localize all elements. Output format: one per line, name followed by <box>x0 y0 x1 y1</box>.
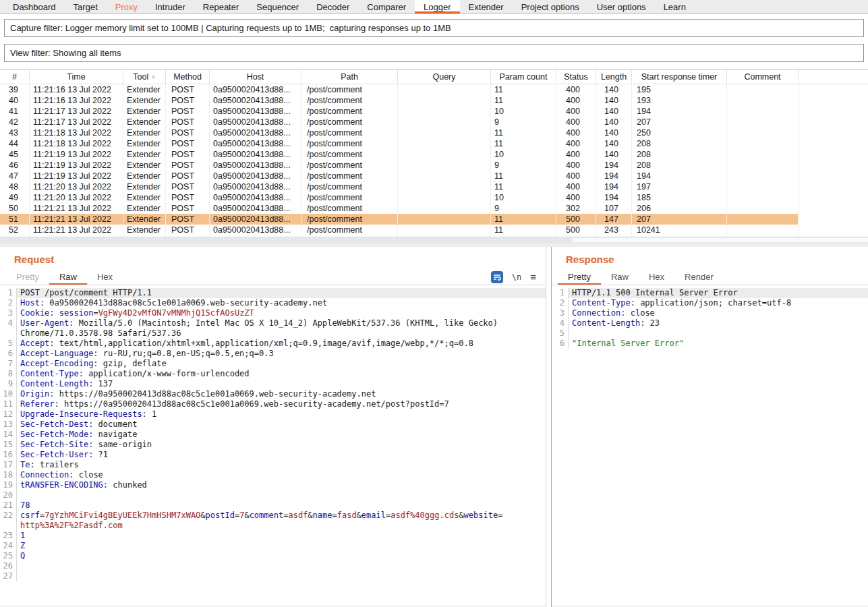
log-row-50[interactable]: 5011:21:21 13 Jul 2022ExtenderPOST0a9500… <box>0 203 868 214</box>
cell: POST <box>166 171 210 181</box>
log-row-44[interactable]: 4411:21:18 13 Jul 2022ExtenderPOST0a9500… <box>0 138 868 149</box>
menu-tab-dashboard[interactable]: Dashboard <box>4 0 65 13</box>
menu-tab-user-options[interactable]: User options <box>588 0 655 13</box>
editor-line: 6Accept-Language: ru-RU,ru;q=0.8,en-US;q… <box>0 349 546 359</box>
log-row-48[interactable]: 4811:21:20 13 Jul 2022ExtenderPOST0a9500… <box>0 181 868 192</box>
cell <box>799 138 868 149</box>
tab-pretty[interactable]: Pretty <box>558 270 601 285</box>
cell <box>398 95 491 106</box>
cell: 400 <box>556 149 596 160</box>
log-row-40[interactable]: 4011:21:16 13 Jul 2022ExtenderPOST0a9500… <box>0 95 868 106</box>
editor-line: 9Content-Length: 137 <box>0 379 546 389</box>
line-number: 13 <box>0 420 16 430</box>
column-header-time[interactable]: Time <box>30 70 123 84</box>
cell: 147 <box>596 214 632 225</box>
view-filter-bar[interactable]: View filter: Showing all items <box>4 44 864 62</box>
column-header-query[interactable]: Query <box>398 70 491 84</box>
menu-icon[interactable]: ≡ <box>530 272 536 282</box>
menu-tab-logger[interactable]: Logger <box>415 0 459 13</box>
request-editor[interactable]: 1POST /post/comment HTTP/1.12Host: 0a950… <box>0 285 546 606</box>
line-number: 21 <box>0 500 16 511</box>
cell: Extender <box>123 214 166 225</box>
editor-line: 24Z <box>0 541 546 551</box>
log-row-52[interactable]: 5211:21:21 13 Jul 2022ExtenderPOST0a9500… <box>0 225 868 235</box>
cell: 46 <box>0 160 30 171</box>
line-number <box>0 521 16 531</box>
cell: POST <box>166 181 210 192</box>
scrollbar-thumb[interactable] <box>0 238 573 242</box>
log-row-47[interactable]: 4711:21:19 13 Jul 2022ExtenderPOST0a9500… <box>0 171 868 181</box>
menu-tab-learn[interactable]: Learn <box>655 0 695 13</box>
cell: 140 <box>596 117 632 127</box>
cell: 140 <box>596 149 632 160</box>
log-row-51[interactable]: 5111:21:21 13 Jul 2022ExtenderPOST0a9500… <box>0 214 868 225</box>
menu-tab-sequencer[interactable]: Sequencer <box>248 0 308 13</box>
tab-hex[interactable]: Hex <box>639 270 674 285</box>
column-header-method[interactable]: Method <box>166 70 210 84</box>
cell: 194 <box>632 171 727 181</box>
tab-render[interactable]: Render <box>674 270 724 285</box>
column-header-path[interactable]: Path <box>301 70 398 84</box>
cell: Extender <box>123 127 166 138</box>
menu-tab-comparer[interactable]: Comparer <box>358 0 415 13</box>
line-number: 5 <box>0 339 16 349</box>
cell: 400 <box>556 160 596 171</box>
response-editor[interactable]: 1HTTP/1.1 500 Internal Server Error2Cont… <box>552 285 868 606</box>
editor-line: 2Host: 0a9500020413d88ac08c5c1e001a0069.… <box>0 298 546 308</box>
cell: 43 <box>0 127 30 138</box>
cell: 11:21:16 13 Jul 2022 <box>30 95 123 106</box>
column-header-length[interactable]: Length <box>596 70 632 84</box>
menu-tab-repeater[interactable]: Repeater <box>194 0 248 13</box>
column-header-host[interactable]: Host <box>210 70 301 84</box>
cell: 50 <box>0 203 30 214</box>
cell: POST <box>166 138 210 149</box>
column-header-tool[interactable]: Tool∧ <box>123 70 166 84</box>
log-row-39[interactable]: 3911:21:16 13 Jul 2022ExtenderPOST0a9500… <box>0 84 868 95</box>
editor-line: 16Sec-Fetch-User: ?1 <box>0 450 546 460</box>
line-text: POST /post/comment HTTP/1.1 <box>16 288 546 298</box>
cell: Extender <box>123 95 166 106</box>
menu-tab-proxy[interactable]: Proxy <box>107 0 146 13</box>
capture-filter-bar[interactable]: Capture filter: Logger memory limit set … <box>4 19 864 37</box>
log-row-42[interactable]: 4211:21:17 13 Jul 2022ExtenderPOST0a9500… <box>0 117 868 127</box>
cell <box>727 225 799 235</box>
log-row-43[interactable]: 4311:21:18 13 Jul 2022ExtenderPOST0a9500… <box>0 127 868 138</box>
column-header-param-count[interactable]: Param count <box>491 70 556 84</box>
tab-raw[interactable]: Raw <box>601 270 639 285</box>
log-row-45[interactable]: 4511:21:19 13 Jul 2022ExtenderPOST0a9500… <box>0 149 868 160</box>
column-header-comment[interactable]: Comment <box>727 70 799 84</box>
line-number: 26 <box>0 561 16 571</box>
cell: 11:21:17 13 Jul 2022 <box>30 106 123 117</box>
tab-raw[interactable]: Raw <box>49 270 87 285</box>
editor-line: 18Connection: close <box>0 470 546 480</box>
menu-tab-target[interactable]: Target <box>65 0 107 13</box>
line-text: User-Agent: Mozilla/5.0 (Macintosh; Inte… <box>16 318 546 328</box>
menu-tab-extender[interactable]: Extender <box>460 0 513 13</box>
cell <box>799 127 868 138</box>
menu-tab-project-options[interactable]: Project options <box>513 0 588 13</box>
cell: 208 <box>632 149 727 160</box>
column-header-[interactable]: # <box>0 70 30 84</box>
line-text: 78 <box>16 500 546 511</box>
cell: 39 <box>0 84 30 95</box>
cell: 197 <box>632 181 727 192</box>
line-number: 27 <box>0 571 16 581</box>
log-row-53[interactable]: 5311:21:22 13 Jul 2022ExtenderPOST0a9500… <box>0 235 868 237</box>
word-wrap-icon[interactable] <box>491 271 503 283</box>
log-row-46[interactable]: 4611:21:19 13 Jul 2022ExtenderPOST0a9500… <box>0 160 868 171</box>
cell <box>398 203 491 214</box>
log-row-49[interactable]: 4911:21:20 13 Jul 2022ExtenderPOST0a9500… <box>0 192 868 203</box>
tab-hex[interactable]: Hex <box>87 270 123 285</box>
cell <box>398 84 491 95</box>
tab-pretty[interactable]: Pretty <box>6 270 49 285</box>
line-text: "Internal Server Error" <box>568 339 868 349</box>
menu-tab-intruder[interactable]: Intruder <box>146 0 194 13</box>
column-header-status[interactable]: Status <box>556 70 596 84</box>
log-row-41[interactable]: 4111:21:17 13 Jul 2022ExtenderPOST0a9500… <box>0 106 868 117</box>
cell: POST <box>166 84 210 95</box>
column-header-start-response-timer[interactable]: Start response timer <box>632 70 727 84</box>
menu-tab-decoder[interactable]: Decoder <box>308 0 358 13</box>
newline-icon[interactable]: \n <box>512 272 521 282</box>
line-text: Q <box>16 551 546 561</box>
table-horizontal-scrollbar[interactable] <box>0 237 868 243</box>
